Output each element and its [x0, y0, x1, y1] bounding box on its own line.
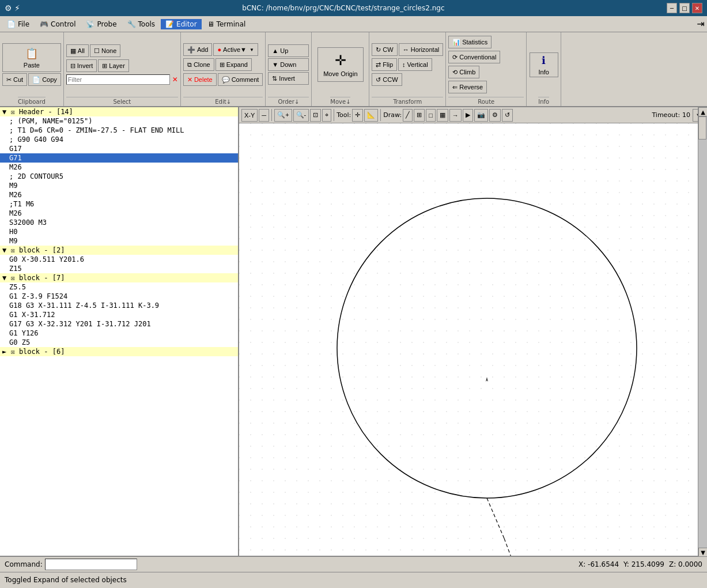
tree-item-g90[interactable]: ; G90 G40 G94: [0, 135, 238, 144]
menu-terminal[interactable]: 🖥 Terminal: [203, 19, 251, 29]
tree-item-block6[interactable]: ► ☒ block - [6]: [0, 347, 238, 356]
paste-button[interactable]: 📋 Paste: [2, 43, 61, 72]
vscroll-up-button[interactable]: ▲: [698, 107, 707, 116]
statistics-button[interactable]: 📊 Statistics: [448, 36, 492, 48]
tree-item-m26[interactable]: M26: [0, 163, 238, 172]
menu-probe[interactable]: 📡 Probe: [81, 19, 121, 29]
code-tree[interactable]: ▼ ☒ Header - [14]; (PGM, NAME="0125"); T…: [0, 107, 238, 556]
menu-tools[interactable]: 🔧 Tools: [123, 19, 160, 29]
zoom-in-button[interactable]: 🔍+: [274, 109, 292, 122]
cut-button[interactable]: ✂ Cut: [2, 73, 27, 86]
tree-item-t1[interactable]: ; T1 D=6 CR=0 - ZMIN=-27.5 - FLAT END MI…: [0, 126, 238, 135]
order-invert-button[interactable]: ⇅ Invert: [268, 72, 309, 85]
statistics-icon: 📊: [452, 39, 460, 46]
zoom-out-button[interactable]: 🔍-: [293, 109, 309, 122]
select-invert-button[interactable]: ⊟ Invert: [66, 59, 97, 72]
select-label: Select: [66, 97, 178, 105]
zoom-fit-button[interactable]: ⊡: [310, 109, 321, 122]
tree-item-m9b[interactable]: M9: [0, 236, 238, 246]
draw-run-button[interactable]: ▶: [463, 109, 473, 122]
delete-button[interactable]: ✕ Delete: [183, 73, 217, 86]
clone-button[interactable]: ⧉ Clone: [183, 58, 214, 71]
filter-clear-icon[interactable]: ✕: [172, 76, 178, 84]
maximize-button[interactable]: □: [679, 3, 690, 13]
reverse-button[interactable]: ⇐ Reverse: [448, 81, 487, 93]
dock-btn[interactable]: ⇥: [697, 18, 705, 29]
tree-item-g17[interactable]: G17: [0, 144, 238, 153]
cw-icon: ↻: [376, 46, 381, 54]
tree-item-m26b[interactable]: M26: [0, 190, 238, 199]
order-up-button[interactable]: ▲ Up: [268, 44, 309, 57]
tree-item-g1z[interactable]: G1 Z-3.9 F1524: [0, 292, 238, 301]
draw-more-button[interactable]: ▦: [437, 109, 448, 122]
comment-button[interactable]: 💬 Comment: [218, 73, 263, 86]
climb-button[interactable]: ⟲ Climb: [448, 66, 479, 78]
menu-file[interactable]: 📄 File: [2, 19, 34, 29]
select-all-button[interactable]: ▦ All: [66, 44, 89, 57]
select-layer-button[interactable]: ⊞ Layer: [98, 59, 129, 72]
tree-item-block7[interactable]: ▼ ☒ block - [7]: [0, 273, 238, 282]
move-origin-button[interactable]: ✛ Move Origin: [317, 47, 364, 82]
tree-item-h0[interactable]: H0: [0, 227, 238, 236]
draw-camera-button[interactable]: 📷: [474, 109, 488, 122]
horizontal-button[interactable]: ↔ Horizontal: [399, 43, 444, 56]
draw-extra-button[interactable]: ⚙: [489, 109, 501, 122]
main-area: ▼ ☒ Header - [14]; (PGM, NAME="0125"); T…: [0, 107, 707, 556]
tree-item-contour[interactable]: ; 2D CONTOUR5: [0, 172, 238, 181]
canvas-area[interactable]: [239, 123, 707, 556]
tree-item-z15[interactable]: Z15: [0, 264, 238, 273]
tree-item-t1m6[interactable]: ;T1 M6: [0, 199, 238, 209]
tree-item-s32000[interactable]: S32000 M3: [0, 218, 238, 227]
tree-item-z55[interactable]: Z5.5: [0, 282, 238, 292]
draw-line-button[interactable]: ╱: [403, 109, 413, 122]
menubar: 📄 File 🎮 Control 📡 Probe 🔧 Tools 📝 Edito…: [0, 16, 707, 32]
draw-arrow-button[interactable]: →: [449, 109, 462, 122]
tree-item-header[interactable]: ▼ ☒ Header - [14]: [0, 107, 238, 116]
cw-button[interactable]: ↻ CW: [372, 43, 397, 56]
info-button[interactable]: ℹ Info: [530, 52, 558, 77]
vertical-icon: ↕: [402, 61, 406, 68]
close-button[interactable]: ✕: [692, 3, 702, 13]
copy-button[interactable]: 📄 Copy: [28, 73, 61, 86]
down-icon: ▼: [272, 61, 278, 68]
tool-measure-button[interactable]: 📐: [364, 109, 378, 122]
add-button[interactable]: ➕ Add: [183, 43, 213, 56]
select-none-button[interactable]: ☐ None: [90, 44, 120, 57]
tree-item-g1x[interactable]: G1 X-31.712: [0, 310, 238, 319]
draw-grid-button[interactable]: ⊞: [414, 109, 425, 122]
add-icon: ➕: [187, 46, 195, 54]
tree-item-pgm[interactable]: ; (PGM, NAME="0125"): [0, 116, 238, 126]
conventional-button[interactable]: ⟳ Conventional: [448, 51, 500, 63]
tree-item-g17g3[interactable]: G17 G3 X-32.312 Y201 I-31.712 J201: [0, 319, 238, 329]
tree-item-g1y[interactable]: G1 Y126: [0, 329, 238, 338]
tree-item-g71[interactable]: G71: [0, 153, 238, 163]
tree-item-block2[interactable]: ▼ ☒ block - [2]: [0, 246, 238, 255]
info-section: ℹ Info Info: [527, 32, 561, 106]
view-stretch-button[interactable]: ─: [259, 109, 269, 122]
filter-input[interactable]: [66, 74, 170, 85]
menu-control[interactable]: 🎮 Control: [35, 19, 80, 29]
ccw-button[interactable]: ↺ CCW: [372, 73, 402, 86]
tree-item-g0[interactable]: G0 X-30.511 Y201.6: [0, 255, 238, 264]
minimize-button[interactable]: ─: [667, 3, 677, 13]
zoom-reset-button[interactable]: ⌖: [322, 109, 331, 122]
menu-editor[interactable]: 📝 Editor: [161, 19, 202, 29]
expand-button[interactable]: ⊞ Expand: [215, 58, 252, 71]
vscroll-down-button[interactable]: ▼: [698, 548, 707, 556]
vscroll-track[interactable]: [698, 116, 707, 548]
order-down-button[interactable]: ▼ Down: [268, 58, 309, 71]
active-dropdown[interactable]: ● Active▼: [213, 43, 258, 56]
tree-item-g18g3[interactable]: G18 G3 X-31.111 Z-4.5 I-31.111 K-3.9: [0, 301, 238, 310]
tree-item-m9[interactable]: M9: [0, 181, 238, 190]
command-input[interactable]: [45, 559, 137, 570]
view-xy-button[interactable]: X-Y: [241, 109, 258, 122]
draw-box-button[interactable]: □: [426, 109, 436, 122]
copy-icon: 📄: [32, 76, 40, 84]
tool-select-button[interactable]: ✛: [352, 109, 363, 122]
vertical-button[interactable]: ↕ Vertical: [398, 58, 432, 71]
vscroll-thumb[interactable]: [698, 116, 706, 140]
tree-item-m26c[interactable]: M26: [0, 209, 238, 218]
draw-refresh-button[interactable]: ↺: [502, 109, 513, 122]
tree-item-g0z5[interactable]: G0 Z5: [0, 338, 238, 347]
flip-button[interactable]: ⇄ Flip: [372, 58, 397, 71]
